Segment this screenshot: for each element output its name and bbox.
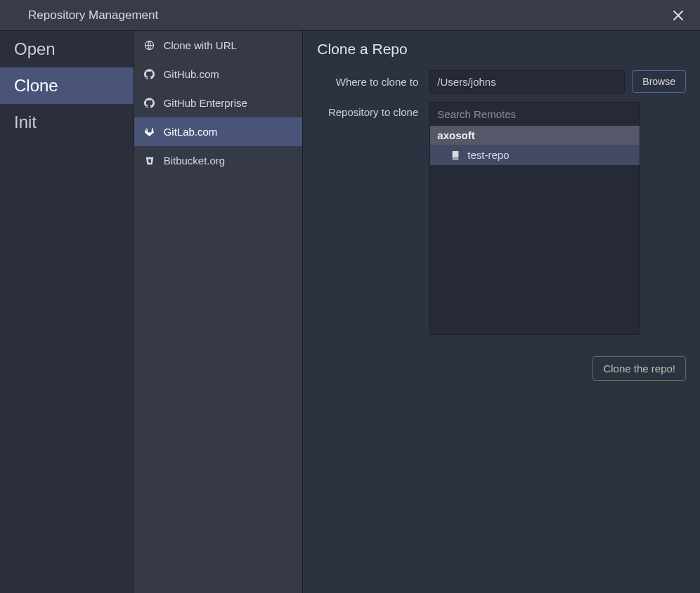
titlebar: Repository Management <box>0 0 700 31</box>
globe-icon <box>144 40 155 51</box>
github-icon <box>144 98 155 109</box>
where-row: Where to clone to Browse <box>317 70 686 93</box>
search-remotes-input[interactable] <box>430 103 640 126</box>
source-label: GitHub Enterprise <box>164 97 247 109</box>
clone-repo-button[interactable]: Clone the repo! <box>592 356 686 381</box>
gitlab-icon <box>144 126 155 138</box>
book-icon <box>450 150 460 160</box>
repo-row: Repository to clone axosoft test-repo <box>317 102 686 335</box>
repo-group-header: axosoft <box>430 126 640 145</box>
clone-panel: Clone a Repo Where to clone to Browse Re… <box>303 31 700 593</box>
github-icon <box>144 69 155 80</box>
source-github-enterprise[interactable]: GitHub Enterprise <box>134 89 303 117</box>
source-clone-url[interactable]: Clone with URL <box>134 31 303 60</box>
source-bitbucket[interactable]: Bitbucket.org <box>134 146 303 175</box>
repo-item[interactable]: test-repo <box>430 145 640 165</box>
where-label: Where to clone to <box>317 76 429 88</box>
repo-item-label: test-repo <box>467 149 509 161</box>
window-title: Repository Management <box>28 8 158 22</box>
browse-button[interactable]: Browse <box>632 70 686 93</box>
clone-button-row: Clone the repo! <box>317 356 686 381</box>
source-label: Bitbucket.org <box>164 155 226 167</box>
body: Open Clone Init Clone with URL GitHub.co… <box>0 31 700 593</box>
left-nav-open[interactable]: Open <box>0 31 134 67</box>
repo-label: Repository to clone <box>317 102 429 118</box>
source-gitlab[interactable]: GitLab.com <box>134 117 303 146</box>
left-nav-clone[interactable]: Clone <box>0 67 134 104</box>
panel-title: Clone a Repo <box>317 41 686 58</box>
source-label: GitHub.com <box>164 68 219 80</box>
close-icon[interactable] <box>668 8 689 23</box>
repo-list-empty-area <box>430 165 640 334</box>
source-list: Clone with URL GitHub.com GitHub Enterpr… <box>134 31 304 593</box>
repo-picker: axosoft test-repo <box>429 102 640 335</box>
left-nav-init[interactable]: Init <box>0 104 134 141</box>
bitbucket-icon <box>144 155 155 167</box>
left-nav: Open Clone Init <box>0 31 134 593</box>
source-label: GitLab.com <box>164 126 218 138</box>
source-github[interactable]: GitHub.com <box>134 60 303 89</box>
where-input[interactable] <box>429 70 625 93</box>
source-label: Clone with URL <box>164 39 237 51</box>
